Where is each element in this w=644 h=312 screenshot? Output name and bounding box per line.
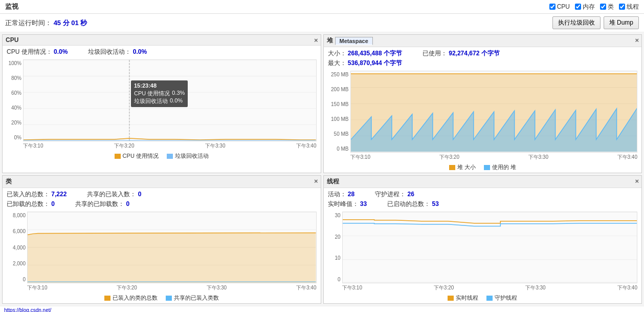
footer: https://blog.csdn.net/ — [0, 306, 644, 312]
thread-chart-svg — [343, 212, 637, 283]
cpu-panel: CPU × CPU 使用情况： 0.0% 垃圾回收活动： 0.0% 100% — [2, 34, 321, 173]
heap-chart-area — [350, 71, 638, 153]
heap-legend: 堆 大小 使用的 堆 — [324, 162, 642, 173]
class-unloaded-value: 0 — [51, 200, 55, 207]
thread-active-label: 活动： — [328, 191, 346, 198]
class-legend-item-0: 已装入的类的总数 — [104, 294, 158, 302]
class-chart-area — [27, 212, 317, 283]
thread-daemon-label: 守护进程： — [375, 191, 406, 198]
cpu-usage-value: 0.0% — [54, 48, 68, 55]
memory-checkbox-item[interactable]: 内存 — [575, 3, 595, 11]
app-title: 监视 — [5, 2, 18, 11]
heap-panel-close[interactable]: × — [635, 36, 639, 44]
cpu-panel-close[interactable]: × — [314, 36, 318, 44]
class-legend-color-1 — [166, 296, 172, 301]
thread-peak-value: 33 — [360, 200, 367, 207]
heap-panel-stats: 大小： 268,435,488 个字节 已使用： 92,274,672 个字节 … — [324, 47, 642, 71]
heap-legend-label-1: 使用的 堆 — [492, 163, 516, 171]
panels-container: CPU × CPU 使用情况： 0.0% 垃圾回收活动： 0.0% 100% — [0, 32, 644, 306]
cpu-legend-item-0: CPU 使用情况 — [115, 152, 159, 160]
top-bar: 监视 CPU 内存 类 线程 — [0, 0, 644, 14]
class-panel-close[interactable]: × — [314, 177, 318, 185]
heap-panel-title: 堆 — [327, 36, 333, 45]
thread-legend: 实时线程 守护线程 — [324, 293, 642, 303]
thread-x-axis: 下午3:10 下午3:20 下午3:30 下午3:40 — [324, 284, 642, 292]
class-checkbox-label: 类 — [608, 3, 614, 11]
thread-panel-title: 线程 — [327, 177, 339, 186]
class-loaded-label: 已装入的总数： — [7, 191, 50, 198]
thread-daemon-value: 26 — [408, 191, 414, 198]
thread-legend-item-0: 实时线程 — [448, 294, 478, 302]
heap-max-value: 536,870,944 个字节 — [348, 59, 402, 67]
cpu-legend-label-0: CPU 使用情况 — [123, 152, 159, 160]
class-checkbox[interactable] — [600, 4, 606, 10]
class-shared-unloaded-label: 共享的已卸载数： — [75, 200, 124, 207]
class-shared-loaded-label: 共享的已装入数： — [87, 191, 136, 198]
thread-legend-item-1: 守护线程 — [486, 294, 517, 302]
class-shared-unloaded-value: 0 — [126, 200, 129, 207]
class-panel-header: 类 × — [3, 176, 321, 188]
cpu-checkbox-label: CPU — [557, 3, 570, 10]
cpu-checkbox-item[interactable]: CPU — [549, 3, 570, 10]
class-y-axis: 8,000 6,000 4,000 2,000 0 — [7, 212, 27, 283]
cpu-chart-area: 15:23:48 CPU 使用情况 0.3% 垃圾回收活动 0.0% — [23, 59, 317, 141]
thread-panel-close[interactable]: × — [635, 177, 639, 185]
dump-button[interactable]: 堆 Dump — [604, 16, 639, 29]
heap-chart-svg — [351, 71, 637, 152]
cpu-panel-header: CPU × — [3, 35, 321, 46]
heap-legend-item-0: 堆 大小 — [449, 163, 476, 171]
memory-checkbox-label: 内存 — [583, 3, 595, 11]
class-panel-stats: 已装入的总数： 7,222 共享的已装入数： 0 已卸载的总数： 0 共享的已卸… — [3, 188, 321, 212]
thread-checkbox[interactable] — [619, 4, 625, 10]
cpu-chart-svg — [24, 60, 316, 141]
thread-peak-label: 实时峰值： — [328, 200, 359, 207]
thread-legend-color-0 — [448, 296, 454, 301]
class-shared-loaded-value: 0 — [138, 191, 142, 198]
heap-legend-color-1 — [484, 165, 490, 170]
class-chart-svg — [28, 212, 316, 283]
thread-legend-color-1 — [486, 296, 493, 301]
heap-max-label: 最大： — [328, 59, 346, 67]
cpu-x-axis: 下午3:10 下午3:20 下午3:30 下午3:40 — [3, 142, 321, 150]
gc-activity-label: 垃圾回收活动： — [88, 48, 131, 55]
thread-panel: 线程 × 活动： 28 守护进程： 26 实时峰值： 33 — [323, 175, 642, 304]
thread-total-label: 已启动的总数： — [387, 200, 430, 207]
class-loaded-value: 7,222 — [51, 191, 66, 198]
uptime-label: 正常运行时间： — [5, 19, 52, 27]
heap-legend-item-1: 使用的 堆 — [484, 163, 516, 171]
heap-legend-label-0: 堆 大小 — [457, 163, 476, 171]
class-panel: 类 × 已装入的总数： 7,222 共享的已装入数： 0 已卸载的总数： 0 — [2, 175, 321, 304]
uptime-bar: 正常运行时间： 45 分 01 秒 执行垃圾回收 堆 Dump — [0, 14, 644, 32]
class-legend: 已装入的类的总数 共享的已装入类数 — [3, 293, 321, 303]
memory-checkbox[interactable] — [575, 4, 581, 10]
thread-chart-area — [342, 212, 638, 283]
cpu-legend: CPU 使用情况 垃圾回收活动 — [3, 151, 321, 161]
thread-checkbox-item[interactable]: 线程 — [619, 3, 639, 11]
class-legend-label-0: 已装入的类的总数 — [113, 294, 158, 302]
class-unloaded-label: 已卸载的总数： — [7, 200, 50, 207]
cpu-usage-label: CPU 使用情况： — [7, 48, 52, 55]
cpu-y-axis: 100% 80% 60% 40% 20% 0% — [7, 59, 23, 141]
thread-total-value: 53 — [432, 200, 439, 207]
class-x-axis: 下午3:10 下午3:20 下午3:30 下午3:40 — [3, 284, 321, 292]
heap-metaspace-tab[interactable]: Metaspace — [335, 37, 373, 45]
cpu-legend-color-1 — [167, 154, 173, 159]
thread-panel-stats: 活动： 28 守护进程： 26 实时峰值： 33 已启动的总数： 53 — [324, 188, 642, 212]
gc-button[interactable]: 执行垃圾回收 — [552, 16, 601, 29]
cpu-legend-color-0 — [115, 154, 121, 159]
class-checkbox-item[interactable]: 类 — [600, 3, 614, 11]
thread-y-axis: 30 20 10 0 — [328, 212, 342, 283]
thread-panel-header: 线程 × — [324, 176, 642, 188]
svg-marker-20 — [28, 233, 316, 283]
heap-size-label: 大小： — [328, 50, 346, 57]
cpu-checkbox[interactable] — [549, 4, 556, 10]
checkbox-group: CPU 内存 类 线程 — [549, 3, 639, 11]
footer-url: https://blog.csdn.net/ — [4, 307, 51, 312]
class-legend-item-1: 共享的已装入类数 — [166, 294, 219, 302]
class-panel-title: 类 — [6, 177, 12, 186]
heap-used-label: 已使用： — [423, 50, 447, 57]
thread-legend-label-0: 实时线程 — [456, 294, 478, 302]
cpu-panel-title: CPU — [6, 36, 18, 44]
class-legend-color-0 — [104, 296, 110, 301]
heap-used-value: 92,274,672 个字节 — [449, 50, 499, 57]
